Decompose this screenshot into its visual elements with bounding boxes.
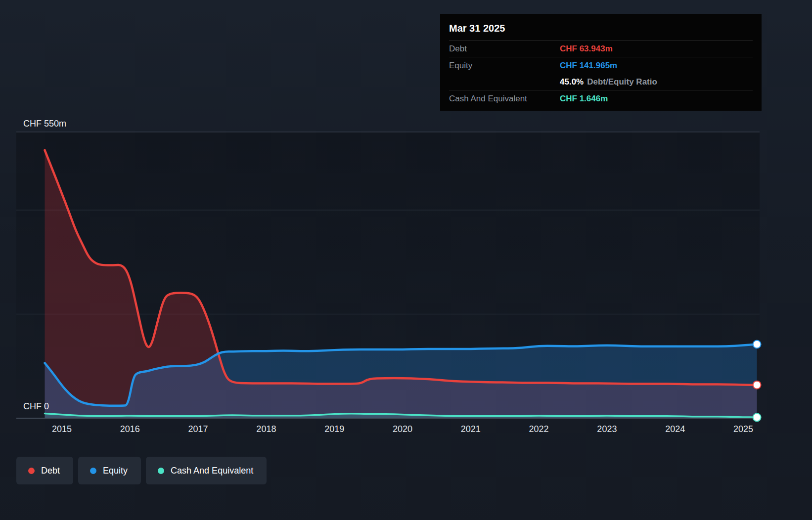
- x-axis-tick: 2020: [393, 424, 412, 434]
- x-axis-tick: 2025: [733, 424, 753, 434]
- tooltip-equity-value: CHF 141.965m: [560, 61, 617, 71]
- x-axis-tick: 2023: [597, 424, 617, 434]
- legend-label-debt: Debt: [41, 466, 60, 476]
- x-axis-tick: 2024: [665, 424, 685, 434]
- x-axis-tick: 2022: [529, 424, 549, 434]
- legend-item-equity[interactable]: Equity: [78, 457, 141, 484]
- tooltip-date: Mar 31 2025: [449, 19, 753, 41]
- chart-tooltip: Mar 31 2025 Debt CHF 63.943m Equity CHF …: [440, 14, 762, 111]
- x-axis-tick: 2017: [188, 424, 208, 434]
- cash-color-dot: [158, 468, 164, 474]
- equity-color-dot: [90, 468, 96, 474]
- tooltip-cash-value: CHF 1.646m: [560, 94, 608, 104]
- tooltip-ratio-value: 45.0%: [560, 77, 584, 87]
- tooltip-debt-row: Debt CHF 63.943m: [449, 41, 753, 57]
- x-axis-tick: 2015: [52, 424, 72, 434]
- tooltip-cash-row: Cash And Equivalent CHF 1.646m: [449, 90, 753, 107]
- tooltip-equity-label: Equity: [449, 61, 560, 71]
- debt-color-dot: [28, 468, 35, 474]
- debt-equity-history-chart: CHF 550m CHF 0 2015201620172018201920202…: [0, 0, 812, 520]
- legend: Debt Equity Cash And Equivalent: [16, 457, 267, 484]
- tooltip-ratio-label: Debt/Equity Ratio: [587, 77, 657, 87]
- tooltip-equity-row: Equity CHF 141.965m: [449, 57, 753, 74]
- x-axis-tick: 2018: [256, 424, 276, 434]
- y-axis-zero-label: CHF 0: [23, 401, 49, 411]
- legend-item-debt[interactable]: Debt: [16, 457, 73, 484]
- tooltip-cash-label: Cash And Equivalent: [449, 94, 560, 104]
- tooltip-ratio-row: 45.0%Debt/Equity Ratio: [449, 74, 753, 90]
- legend-label-equity: Equity: [103, 466, 128, 476]
- x-axis-tick: 2016: [120, 424, 140, 434]
- tooltip-ratio: 45.0%Debt/Equity Ratio: [560, 77, 657, 87]
- y-axis-max-label: CHF 550m: [23, 119, 66, 129]
- x-axis-tick: 2021: [461, 424, 481, 434]
- tooltip-debt-value: CHF 63.943m: [560, 44, 613, 54]
- tooltip-debt-label: Debt: [449, 44, 560, 54]
- x-axis-tick: 2019: [324, 424, 344, 434]
- legend-item-cash[interactable]: Cash And Equivalent: [146, 457, 267, 484]
- legend-label-cash: Cash And Equivalent: [171, 466, 253, 476]
